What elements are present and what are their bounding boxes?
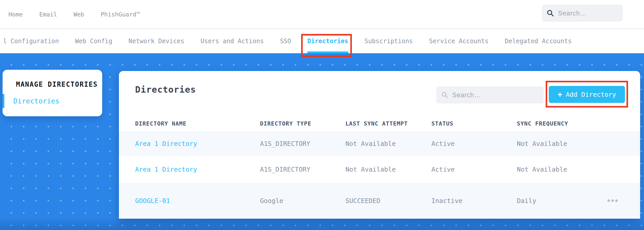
sync-frequency-cell: Not Available <box>517 166 607 173</box>
search-icon <box>547 10 554 17</box>
global-search-input[interactable] <box>542 5 623 22</box>
last-sync-attempt-cell: Not Available <box>345 166 431 173</box>
col-status: STATUS <box>431 120 517 127</box>
subnav-item-web-config[interactable]: Web Config <box>75 29 112 53</box>
sidebar-item-label: Directories <box>13 97 59 105</box>
sidebar-item-directories[interactable]: Directories <box>3 94 102 108</box>
table-row: Area 1 Directory A1S_DIRECTORY Not Avail… <box>119 156 640 183</box>
sub-nav: l Configuration Web Config Network Devic… <box>0 29 644 53</box>
topnav-item-web[interactable]: Web <box>74 11 84 18</box>
subnav-item-sso[interactable]: SSO <box>280 29 291 53</box>
table-header-row: DIRECTORY NAME DIRECTORY TYPE LAST SYNC … <box>119 116 640 131</box>
directory-type-cell: A1S_DIRECTORY <box>260 166 345 173</box>
col-directory-type: DIRECTORY TYPE <box>260 120 345 127</box>
search-icon <box>441 92 448 98</box>
col-sync-frequency: SYNC FREQUENCY <box>517 120 607 127</box>
directories-search-input[interactable] <box>436 86 544 103</box>
status-cell: Active <box>431 166 517 173</box>
subnav-item-subscriptions[interactable]: Subscriptions <box>364 29 413 53</box>
sync-frequency-cell: Not Available <box>517 140 607 147</box>
directory-type-cell: A1S_DIRECTORY <box>260 140 345 147</box>
table-row: GOOGLE-01 Google SUCCEEDED Inactive Dail… <box>119 183 640 219</box>
directory-type-cell: Google <box>260 197 345 205</box>
ellipsis-icon <box>607 199 610 202</box>
top-nav-items: Home Email Web PhishGuard™ <box>8 0 140 29</box>
sync-frequency-cell: Daily <box>517 197 607 205</box>
page-title: Directories <box>135 84 196 95</box>
add-directory-label: Add Directory <box>566 91 616 98</box>
topnav-item-phishguard[interactable]: PhishGuard™ <box>101 11 140 18</box>
status-cell: Active <box>431 140 517 147</box>
directories-search-field[interactable] <box>452 91 538 99</box>
subnav-item-directories[interactable]: Directories <box>307 29 348 53</box>
last-sync-attempt-cell: Not Available <box>345 140 431 147</box>
subnav-item-delegated-accounts[interactable]: Delegated Accounts <box>505 29 572 53</box>
status-cell: Inactive <box>431 197 517 205</box>
bottom-shade <box>0 218 644 230</box>
col-directory-name: DIRECTORY NAME <box>135 120 260 127</box>
topnav-item-email[interactable]: Email <box>39 11 57 18</box>
global-search-field[interactable] <box>558 10 618 17</box>
directory-name-link[interactable]: Area 1 Directory <box>135 140 260 147</box>
last-sync-attempt-cell: SUCCEEDED <box>345 197 431 205</box>
subnav-item-configuration[interactable]: l Configuration <box>3 29 59 53</box>
manage-directories-card: MANAGE DIRECTORIES Directories <box>3 70 102 116</box>
subnav-item-service-accounts[interactable]: Service Accounts <box>429 29 489 53</box>
manage-directories-title: MANAGE DIRECTORIES <box>16 81 98 88</box>
table-row: Area 1 Directory A1S_DIRECTORY Not Avail… <box>119 131 640 156</box>
subnav-item-users-and-actions[interactable]: Users and Actions <box>201 29 264 53</box>
plus-icon: + <box>558 91 562 98</box>
subnav-item-network-devices[interactable]: Network Devices <box>128 29 184 53</box>
directory-name-link[interactable]: GOOGLE-01 <box>135 197 260 205</box>
col-last-sync-attempt: LAST SYNC ATTEMPT <box>345 120 431 127</box>
top-nav: Home Email Web PhishGuard™ <box>0 0 644 29</box>
page: Home Email Web PhishGuard™ l Configurati… <box>0 0 644 230</box>
row-actions-button[interactable] <box>607 199 619 202</box>
active-item-bar <box>3 94 4 108</box>
directories-panel: Directories + Add Directory DIRECTORY NA… <box>119 71 640 219</box>
add-directory-button[interactable]: + Add Directory <box>549 86 625 103</box>
directory-name-link[interactable]: Area 1 Directory <box>135 166 260 173</box>
topnav-item-home[interactable]: Home <box>8 11 23 18</box>
